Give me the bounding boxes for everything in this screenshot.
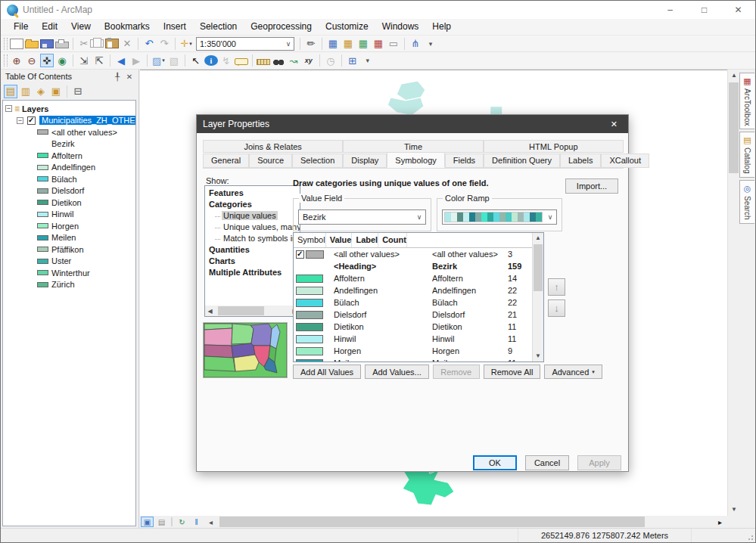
separator[interactable] — [67, 85, 67, 98]
legend-item[interactable]: Bülach — [3, 173, 135, 185]
symbol-swatch[interactable] — [296, 275, 323, 283]
list-by-source-icon[interactable]: ▥ — [19, 85, 33, 98]
dialog-tab[interactable]: Definition Query — [484, 154, 560, 168]
show-list-item[interactable]: Categories — [205, 199, 300, 210]
search-tab[interactable]: ◎ Search — [739, 180, 754, 224]
pan-icon[interactable]: ✜ — [40, 54, 54, 67]
dialog-tab[interactable]: Joins & Relates — [203, 140, 343, 153]
data-view-icon[interactable]: ▣ — [141, 517, 154, 527]
column-header[interactable]: Count — [378, 233, 407, 247]
color-ramp-dropdown[interactable]: ∨ — [442, 209, 557, 225]
full-extent-icon[interactable]: ◉ — [55, 54, 69, 67]
hyperlink-icon[interactable]: ↯ — [219, 54, 233, 67]
value-checkbox[interactable] — [296, 250, 304, 259]
list-by-selection-icon[interactable]: ▣ — [49, 85, 63, 98]
dialog-tab[interactable]: Display — [343, 154, 387, 168]
separator[interactable] — [322, 38, 322, 50]
remove-button[interactable]: Remove — [433, 365, 480, 379]
scroll-left-icon[interactable]: ◀ — [205, 308, 215, 315]
clear-selection-icon[interactable]: ▧ — [167, 54, 181, 67]
redo-icon[interactable]: ↷ — [157, 37, 171, 51]
remove-all-button[interactable]: Remove All — [484, 365, 541, 379]
paste-icon[interactable] — [105, 39, 119, 48]
fixed-zoom-in-icon[interactable]: ⇲ — [77, 54, 91, 67]
legend-item[interactable]: Horgen — [3, 220, 135, 232]
table-row[interactable]: Andelfingen Andelfingen 22 — [294, 284, 532, 296]
menu-item[interactable]: Selection — [193, 19, 244, 35]
chevron-down-icon[interactable]: ∨ — [413, 213, 425, 221]
legend-item[interactable]: Dietikon — [3, 197, 135, 209]
dialog-tab[interactable]: Symbology — [387, 152, 444, 168]
separator[interactable] — [138, 38, 138, 50]
list-by-drawing-order-icon[interactable]: ▤ — [4, 85, 17, 98]
menu-item[interactable]: File — [7, 19, 35, 35]
dialog-tab[interactable]: Selection — [292, 154, 343, 168]
attribute-table-icon[interactable]: ▦ — [326, 37, 340, 51]
separator[interactable] — [185, 54, 185, 67]
close-icon[interactable]: ✕ — [123, 73, 135, 81]
catalog-tab[interactable]: ▤ Catalog — [739, 132, 754, 177]
separator[interactable] — [73, 54, 73, 67]
list-by-visibility-icon[interactable]: ◈ — [34, 85, 48, 98]
symbol-swatch[interactable] — [296, 287, 323, 295]
symbol-swatch[interactable] — [296, 311, 323, 319]
dialog-tab[interactable]: Source — [249, 154, 292, 168]
separator[interactable] — [341, 54, 342, 67]
legend-item[interactable]: Hinwil — [3, 209, 135, 221]
identify-icon[interactable] — [204, 55, 218, 66]
html-popup-icon[interactable] — [235, 58, 248, 65]
dialog-tab[interactable]: XCallout — [601, 154, 649, 168]
show-list-item[interactable]: Quantities — [205, 244, 300, 256]
arctoolbox-tab[interactable]: ▦ ArcToolbox — [739, 73, 754, 129]
back-extent-icon[interactable]: ◀ — [114, 54, 128, 67]
refresh-view-icon[interactable]: ↻ — [176, 517, 188, 527]
separator[interactable] — [404, 38, 405, 50]
legend-item[interactable]: Zürich — [3, 279, 135, 291]
column-header[interactable]: Label — [352, 233, 378, 247]
menu-item[interactable]: Geoprocessing — [244, 19, 319, 35]
new-document-icon[interactable] — [10, 39, 23, 49]
separator[interactable] — [175, 38, 176, 50]
go-to-xy-icon[interactable]: xy — [302, 54, 316, 67]
legend-item[interactable]: Bezirk — [3, 138, 135, 150]
dialog-tab[interactable]: Labels — [560, 154, 601, 168]
viewer-window-icon[interactable]: ▭ — [387, 37, 400, 51]
open-folder-icon[interactable] — [25, 41, 39, 48]
legend-item[interactable]: Uster — [3, 256, 135, 268]
legend-item[interactable]: Affoltern — [3, 150, 135, 162]
chevron-down-icon[interactable]: ∨ — [283, 40, 294, 48]
time-slider-icon[interactable]: ◷ — [324, 54, 338, 67]
table-row[interactable]: Meilen Meilen 11 — [294, 357, 532, 362]
table-row[interactable]: Dietikon Dietikon 11 — [294, 321, 532, 333]
toolbar-grip[interactable] — [4, 38, 8, 50]
column-header[interactable]: Value — [326, 233, 353, 247]
dialog-tab[interactable]: General — [203, 154, 249, 168]
layer-visibility-checkbox[interactable] — [27, 116, 36, 125]
scrollbar-thumb[interactable] — [219, 517, 645, 527]
separator[interactable] — [147, 54, 148, 67]
toc-options-icon[interactable]: ⊟ — [71, 85, 85, 98]
resize-grip[interactable] — [746, 533, 754, 541]
search-window-icon[interactable]: ▦ — [356, 37, 370, 51]
separator[interactable] — [171, 517, 173, 526]
import-button[interactable]: Import... — [565, 178, 618, 194]
toolbar-options-icon[interactable]: ▾ — [361, 54, 375, 67]
legend-item[interactable]: Pfäffikon — [3, 244, 135, 256]
scrollbar-thumb[interactable] — [729, 82, 739, 173]
find-icon[interactable] — [272, 57, 285, 67]
add-data-icon[interactable]: ✛ — [179, 37, 193, 51]
scroll-left-icon[interactable]: ◂ — [204, 517, 217, 527]
legend-item[interactable]: Meilen — [3, 232, 135, 244]
table-row[interactable]: Affoltern Affoltern 14 — [294, 272, 532, 284]
fixed-zoom-out-icon[interactable]: ⇱ — [92, 54, 106, 67]
symbol-swatch[interactable] — [296, 299, 323, 307]
symbol-swatch[interactable] — [296, 323, 323, 331]
viewer-window-icon[interactable]: ⊞ — [346, 54, 359, 67]
table-vertical-scrollbar[interactable]: ▲ ▼ — [532, 233, 543, 361]
arccatalog-icon[interactable]: ▦ — [372, 37, 385, 51]
editor-pencil-icon[interactable]: ✏ — [304, 37, 318, 51]
legend-item[interactable]: Dielsdorf — [3, 185, 135, 197]
separator[interactable] — [73, 38, 73, 50]
collapse-icon[interactable] — [17, 117, 23, 124]
menu-item[interactable]: Windows — [375, 19, 426, 35]
